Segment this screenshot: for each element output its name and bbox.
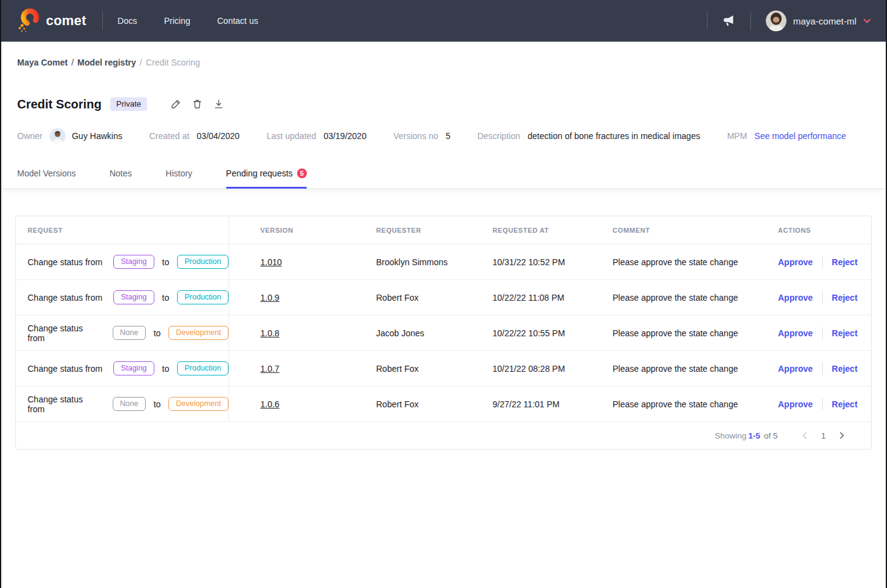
column-header-actions: Actions: [747, 216, 871, 244]
showing-of: of 5: [764, 431, 778, 440]
delete-model-button[interactable]: [192, 99, 203, 110]
actions-divider: [822, 363, 823, 375]
divider: [102, 12, 103, 30]
screen-edge-left: [0, 0, 1, 588]
reject-button[interactable]: Reject: [832, 293, 858, 303]
pending-count-badge: 5: [297, 168, 307, 178]
showing-label: Showing: [715, 431, 747, 440]
nav-link-contact-us[interactable]: Contact us: [217, 16, 259, 26]
from-status-badge: Staging: [113, 255, 154, 270]
versions-no-label: Versions no: [393, 131, 438, 141]
request-text: Change status from: [28, 364, 102, 374]
actions-divider: [822, 327, 823, 339]
top-navbar: comet Docs Pricing Contact us: [0, 0, 887, 42]
last-updated-label: Last updated: [266, 131, 316, 141]
request-text: Change status from: [28, 293, 102, 303]
see-model-performance-link[interactable]: See model performance: [755, 131, 846, 141]
visibility-badge: Private: [110, 97, 147, 111]
version-link[interactable]: 1.010: [260, 257, 282, 267]
request-connector: to: [154, 328, 161, 338]
nav-link-pricing[interactable]: Pricing: [164, 16, 191, 26]
table-body: Change status from Staging to Production…: [16, 244, 871, 422]
main-nav: Docs Pricing Contact us: [118, 16, 259, 26]
requester-cell: Robert Fox: [345, 280, 461, 315]
breadcrumb-registry[interactable]: Model registry: [77, 58, 136, 67]
breadcrumb-separator: /: [71, 58, 74, 67]
page-title: Credit Scoring: [17, 97, 102, 111]
tab-notes[interactable]: Notes: [110, 168, 132, 188]
showing-summary: Showing1-5of 5: [715, 431, 778, 440]
actions-divider: [822, 256, 823, 268]
comet-logo[interactable]: comet: [17, 9, 86, 33]
previous-page-button[interactable]: [798, 431, 812, 440]
from-status-badge: None: [113, 397, 146, 412]
user-menu[interactable]: maya-comet-ml: [766, 10, 871, 31]
approve-button[interactable]: Approve: [778, 257, 813, 267]
chevron-right-icon: [837, 431, 846, 440]
table-footer: Showing1-5of 5 1: [16, 422, 871, 449]
reject-button[interactable]: Reject: [832, 328, 858, 338]
reject-button[interactable]: Reject: [832, 257, 858, 267]
request-connector: to: [162, 257, 170, 267]
requester-cell: Robert Fox: [345, 386, 461, 421]
table-row: Change status from Staging to Production…: [16, 280, 871, 315]
approve-button[interactable]: Approve: [778, 328, 813, 338]
from-status-badge: None: [113, 326, 146, 341]
request-text: Change status from: [28, 394, 102, 414]
nav-link-docs[interactable]: Docs: [118, 16, 137, 26]
version-link[interactable]: 1.0.9: [260, 293, 279, 303]
reject-button[interactable]: Reject: [832, 399, 858, 409]
request-text: Change status from: [28, 257, 102, 267]
tab-model-versions[interactable]: Model Versions: [17, 168, 76, 188]
edit-model-button[interactable]: [170, 99, 181, 110]
next-page-button[interactable]: [835, 431, 848, 440]
version-link[interactable]: 1.0.6: [260, 399, 279, 409]
breadcrumb-current: Credit Scoring: [146, 58, 200, 67]
table-row: Change status from Staging to Production…: [16, 244, 871, 280]
page-number[interactable]: 1: [821, 431, 826, 440]
breadcrumb-workspace[interactable]: Maya Comet: [17, 58, 67, 67]
versions-no-value: 5: [445, 131, 450, 141]
reject-button[interactable]: Reject: [832, 364, 858, 374]
megaphone-icon: [722, 15, 736, 27]
to-status-badge: Production: [177, 255, 228, 270]
table-row: Change status from None to Development 1…: [16, 315, 871, 351]
requester-cell: Brooklyn Simmons: [345, 244, 461, 279]
download-model-button[interactable]: [213, 99, 224, 110]
comment-cell: Please approve the state change: [581, 244, 747, 279]
tab-history[interactable]: History: [165, 168, 192, 188]
model-header-section: Maya Comet/Model registry/Credit Scoring…: [0, 42, 887, 189]
actions-divider: [822, 292, 823, 304]
column-header-request: Request: [16, 216, 229, 244]
pending-requests-table: Request Version Requester Requested at C…: [15, 216, 872, 450]
from-status-badge: Staging: [113, 290, 154, 305]
version-link[interactable]: 1.0.7: [260, 364, 279, 374]
chevron-left-icon: [801, 431, 809, 440]
table-header-row: Request Version Requester Requested at C…: [16, 216, 871, 244]
main-content: Request Version Requester Requested at C…: [0, 189, 887, 450]
created-at-value: 03/04/2020: [197, 131, 240, 141]
from-status-badge: Staging: [113, 361, 154, 376]
approve-button[interactable]: Approve: [778, 399, 813, 409]
created-at-label: Created at: [149, 131, 189, 141]
mpm-label: MPM: [727, 131, 747, 141]
requested-at-cell: 9/27/22 11:01 PM: [461, 386, 581, 421]
to-status-badge: Development: [168, 397, 228, 412]
tab-pending-requests[interactable]: Pending requests 5: [226, 168, 307, 188]
owner-name: Guy Hawkins: [72, 131, 122, 141]
breadcrumb: Maya Comet/Model registry/Credit Scoring: [17, 58, 870, 68]
column-header-version: Version: [229, 216, 345, 244]
announcements-button[interactable]: [708, 15, 750, 27]
showing-range: 1-5: [748, 431, 760, 440]
actions-divider: [822, 398, 823, 410]
comment-cell: Please approve the state change: [581, 315, 747, 350]
approve-button[interactable]: Approve: [778, 293, 813, 303]
comet-logo-icon: [17, 9, 40, 33]
description-label: Description: [477, 131, 520, 141]
to-status-badge: Development: [168, 326, 228, 341]
breadcrumb-separator: /: [140, 58, 142, 67]
column-header-requester: Requester: [345, 216, 461, 244]
requested-at-cell: 10/21/22 08:28 PM: [461, 351, 581, 386]
approve-button[interactable]: Approve: [778, 364, 813, 374]
version-link[interactable]: 1.0.8: [260, 328, 279, 338]
